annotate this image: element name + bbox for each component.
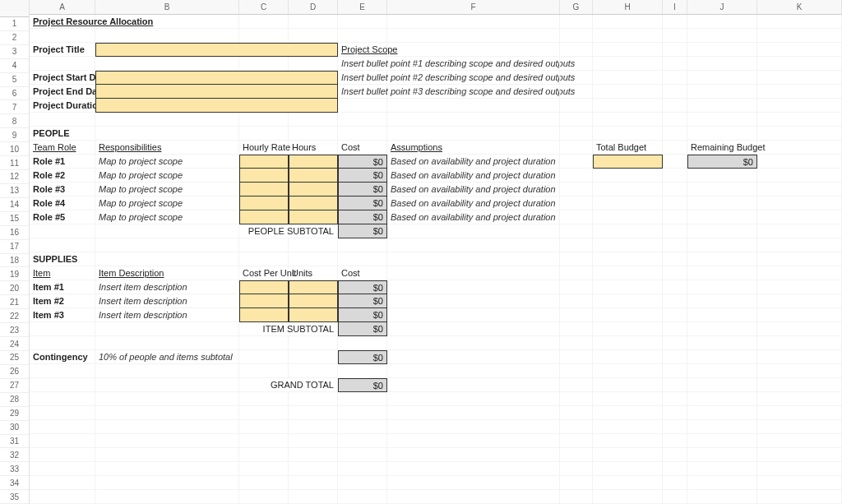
cell-I19[interactable]: [663, 266, 687, 280]
cell-C31[interactable]: [239, 434, 289, 448]
cell-F15[interactable]: Based on availability and project durati…: [387, 210, 560, 224]
cell-A24[interactable]: [30, 336, 95, 350]
cell-E25[interactable]: $0: [338, 350, 387, 364]
cell-A35[interactable]: [30, 490, 95, 504]
cell-K30[interactable]: [757, 420, 842, 434]
cell-F30[interactable]: [387, 420, 560, 434]
cell-C1[interactable]: [239, 15, 289, 29]
cell-K24[interactable]: [757, 336, 842, 350]
cell-B15[interactable]: Map to project scope: [95, 210, 239, 224]
cell-K22[interactable]: [757, 308, 842, 322]
cell-J12[interactable]: [687, 169, 757, 183]
cell-K23[interactable]: [757, 322, 842, 336]
cell-G1[interactable]: [560, 15, 593, 29]
cell-B26[interactable]: [95, 364, 239, 378]
cell-I12[interactable]: [663, 169, 687, 183]
cell-K27[interactable]: [757, 378, 842, 392]
cell-J11[interactable]: $0: [687, 155, 757, 169]
cell-B22[interactable]: Insert item description: [95, 308, 239, 322]
row-header-12[interactable]: 12: [0, 170, 29, 184]
cell-G22[interactable]: [560, 308, 593, 322]
cell-C27[interactable]: GRAND TOTAL: [239, 378, 338, 392]
cell-I20[interactable]: [663, 280, 687, 294]
cell-J22[interactable]: [687, 308, 757, 322]
cell-A31[interactable]: [30, 434, 95, 448]
row-header-20[interactable]: 20: [0, 281, 29, 295]
row-header-23[interactable]: 23: [0, 323, 29, 337]
cell-E24[interactable]: [338, 336, 387, 350]
cell-J25[interactable]: [687, 350, 757, 364]
cell-J4[interactable]: [687, 57, 757, 71]
cell-E11[interactable]: $0: [338, 155, 387, 169]
cell-H28[interactable]: [593, 392, 663, 406]
cell-A26[interactable]: [30, 364, 95, 378]
cell-F26[interactable]: [387, 364, 560, 378]
cell-J29[interactable]: [687, 406, 757, 420]
cell-B2[interactable]: [95, 29, 239, 43]
cell-E32[interactable]: [338, 448, 387, 462]
cell-K13[interactable]: [757, 183, 842, 197]
cell-A21[interactable]: Item #2: [30, 294, 95, 308]
cell-K8[interactable]: [757, 113, 842, 127]
cell-C12[interactable]: [239, 169, 289, 183]
cell-E7[interactable]: [338, 99, 387, 113]
row-header-3[interactable]: 3: [0, 45, 29, 59]
cell-C9[interactable]: [239, 127, 289, 141]
cell-H29[interactable]: [593, 406, 663, 420]
cell-J32[interactable]: [687, 448, 757, 462]
cell-J19[interactable]: [687, 266, 757, 280]
cell-B13[interactable]: Map to project scope: [95, 183, 239, 197]
cell-G24[interactable]: [560, 336, 593, 350]
cell-H34[interactable]: [593, 476, 663, 490]
cell-H10[interactable]: Total Budget: [593, 141, 663, 155]
col-header-J[interactable]: J: [687, 0, 757, 14]
cell-B31[interactable]: [95, 434, 239, 448]
cell-D17[interactable]: [289, 238, 338, 252]
row-header-19[interactable]: 19: [0, 267, 29, 281]
cell-E35[interactable]: [338, 490, 387, 504]
cell-E22[interactable]: $0: [338, 308, 387, 322]
cell-H5[interactable]: [593, 71, 663, 85]
cell-F32[interactable]: [387, 448, 560, 462]
row-header-10[interactable]: 10: [0, 142, 29, 156]
cell-E23[interactable]: $0: [338, 322, 387, 336]
cell-G10[interactable]: [560, 141, 593, 155]
cell-D25[interactable]: [289, 350, 338, 364]
cell-I33[interactable]: [663, 462, 687, 476]
cell-F19[interactable]: [387, 266, 560, 280]
cell-B32[interactable]: [95, 448, 239, 462]
cell-A23[interactable]: [30, 322, 95, 336]
cell-A1[interactable]: Project Resource Allocation: [30, 15, 95, 29]
cell-J17[interactable]: [687, 238, 757, 252]
cell-C18[interactable]: [239, 252, 289, 266]
row-header-18[interactable]: 18: [0, 254, 29, 268]
col-header-F[interactable]: F: [387, 0, 560, 14]
row-header-16[interactable]: 16: [0, 226, 29, 240]
cell-A7[interactable]: Project Duration: [30, 99, 95, 113]
cell-D13[interactable]: [289, 183, 338, 197]
row-header-30[interactable]: 30: [0, 421, 29, 435]
cell-J26[interactable]: [687, 364, 757, 378]
cell-A2[interactable]: [30, 29, 95, 43]
cell-C34[interactable]: [239, 476, 289, 490]
cell-B34[interactable]: [95, 476, 239, 490]
cell-H32[interactable]: [593, 448, 663, 462]
cell-C26[interactable]: [239, 364, 289, 378]
cell-C28[interactable]: [239, 392, 289, 406]
cell-D34[interactable]: [289, 476, 338, 490]
cell-E16[interactable]: $0: [338, 224, 387, 238]
cell-K31[interactable]: [757, 434, 842, 448]
cell-K5[interactable]: [757, 71, 842, 85]
cell-K16[interactable]: [757, 224, 842, 238]
cell-G3[interactable]: [560, 43, 593, 57]
cell-E5[interactable]: Insert bullet point #2 describing scope …: [338, 71, 387, 85]
cell-G4[interactable]: [560, 57, 593, 71]
cell-I31[interactable]: [663, 434, 687, 448]
cell-G8[interactable]: [560, 113, 593, 127]
cell-K19[interactable]: [757, 266, 842, 280]
cell-A28[interactable]: [30, 392, 95, 406]
cell-D9[interactable]: [289, 127, 338, 141]
cell-E18[interactable]: [338, 252, 387, 266]
cell-I14[interactable]: [663, 197, 687, 210]
row-header-34[interactable]: 34: [0, 476, 29, 490]
